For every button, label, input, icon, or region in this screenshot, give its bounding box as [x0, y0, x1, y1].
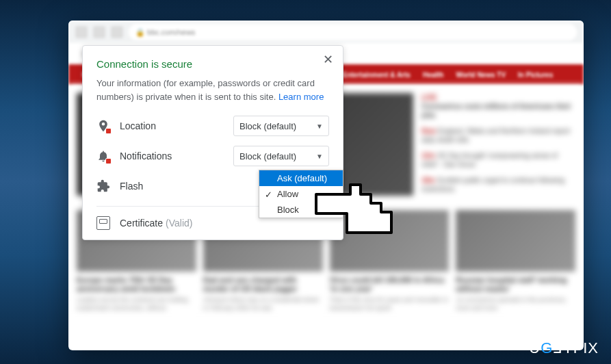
connection-description: Your information (for example, passwords… [96, 77, 329, 103]
check-icon: ✓ [265, 190, 272, 200]
close-icon[interactable]: ✕ [321, 53, 335, 66]
live-sidebar: LIVECoronavirus costs millions of Americ… [421, 93, 575, 200]
chevron-down-icon: ▼ [316, 122, 323, 130]
learn-more-link[interactable]: Learn more [278, 92, 324, 102]
certificate-status: (Valid) [166, 218, 192, 229]
certificate-label: Certificate [120, 218, 163, 229]
permission-row-notifications: Notifications Block (default) ▼ [96, 146, 329, 166]
url-text: bbc.com/news [147, 28, 195, 36]
address-bar[interactable]: 🔒 bbc.com/news [129, 24, 577, 40]
permission-label: Flash [120, 181, 274, 192]
reload-button[interactable] [111, 26, 123, 38]
permission-label: Location [120, 120, 233, 131]
permission-row-location: Location Block (default) ▼ [96, 116, 329, 136]
certificate-row[interactable]: Certificate (Valid) [96, 216, 329, 230]
notifications-icon [96, 149, 110, 163]
back-button[interactable] [75, 26, 88, 38]
list-item[interactable]: 18m Scottish public urged to continue fo… [421, 176, 575, 194]
connection-status-title: Connection is secure [96, 58, 329, 70]
forward-button[interactable] [93, 26, 105, 38]
list-item[interactable]: Now England, Wales and Northern Ireland … [421, 127, 575, 144]
live-headline[interactable]: Coronavirus costs millions of Americans … [421, 103, 571, 119]
permission-label: Notifications [120, 151, 233, 161]
browser-toolbar: 🔒 bbc.com/news [68, 21, 584, 44]
location-icon [96, 119, 110, 133]
chevron-down-icon: ▼ [316, 153, 323, 160]
cat-item[interactable]: Entertainment & Arts [342, 71, 411, 79]
cat-item[interactable]: In Pictures [518, 71, 553, 79]
list-item[interactable]: 12m VE Day brought 'overpowering sense o… [421, 151, 575, 169]
cat-item[interactable]: Health [423, 71, 444, 79]
cat-item[interactable]: World News TV [456, 71, 506, 79]
notifications-select[interactable]: Block (default) ▼ [233, 146, 329, 166]
lock-icon: 🔒 [135, 28, 145, 37]
news-card[interactable]: Russian hospital staff 'working without … [456, 210, 575, 313]
certificate-icon [96, 216, 110, 230]
flash-icon [96, 179, 110, 193]
live-badge: LIVE [421, 94, 437, 101]
watermark: UGƎTFIX [529, 339, 599, 357]
location-select[interactable]: Block (default) ▼ [233, 116, 329, 136]
pointing-hand-icon [309, 179, 398, 244]
